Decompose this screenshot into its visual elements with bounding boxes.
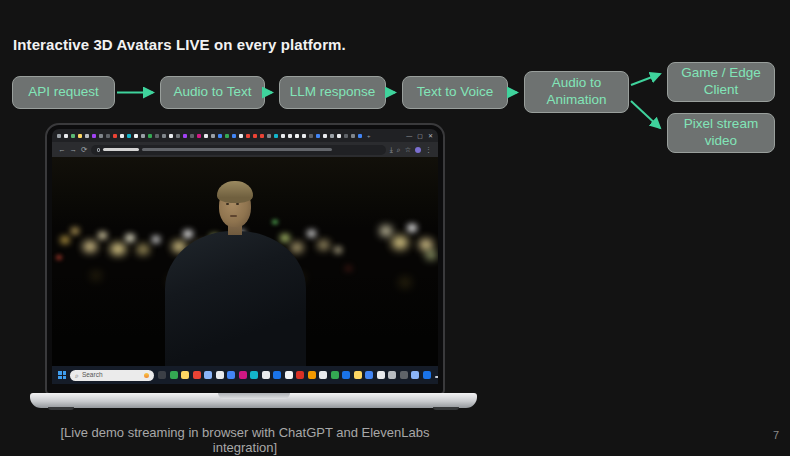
address-bar[interactable] [91,145,385,155]
taskbar-app-icon[interactable] [400,371,408,379]
pinned-tab-icon[interactable] [267,134,271,138]
pinned-tab-icon[interactable] [323,134,327,138]
pinned-tab-icon[interactable] [330,134,334,138]
close-icon[interactable]: ✕ [428,133,433,139]
pinned-tab-favicons[interactable] [57,134,365,138]
pinned-tab-icon[interactable] [337,134,341,138]
taskbar-app-icon[interactable] [308,371,316,379]
arrow-audioanim-to-game [631,74,660,85]
taskbar-app-icon[interactable] [216,371,224,379]
browser-menu-icon[interactable]: ⋮ [425,146,432,153]
pinned-tab-icon[interactable] [260,134,264,138]
pinned-tab-icon[interactable] [302,134,306,138]
pinned-tab-icon[interactable] [127,134,131,138]
pinned-tab-icon[interactable] [64,134,68,138]
windows-start-icon[interactable] [58,371,66,379]
pinned-tab-icon[interactable] [316,134,320,138]
search-icon: ⌕ [75,372,79,379]
url-domain-text [103,148,139,151]
refresh-icon[interactable]: ⟳ [81,146,87,154]
taskbar-app-icon[interactable] [388,371,396,379]
flow-node-label: Audio to Text [174,84,252,101]
pinned-tab-icon[interactable] [197,134,201,138]
pinned-tab-icon[interactable] [183,134,187,138]
pinned-tab-icon[interactable] [351,134,355,138]
taskbar-app-icon[interactable] [411,371,419,379]
taskbar-clock[interactable] [435,372,439,379]
taskbar-app-icon[interactable] [250,371,258,379]
taskbar-app-icon[interactable] [273,371,281,379]
taskbar-app-icon[interactable] [181,371,189,379]
pinned-tab-icon[interactable] [190,134,194,138]
system-tray[interactable] [435,371,439,380]
profile-avatar[interactable] [415,147,421,153]
taskbar-app-icon[interactable] [262,371,270,379]
pinned-tab-icon[interactable] [85,134,89,138]
pinned-tab-icon[interactable] [169,134,173,138]
pinned-tab-icon[interactable] [274,134,278,138]
pinned-tab-icon[interactable] [99,134,103,138]
new-tab-icon[interactable]: + [367,133,371,139]
pinned-tab-icon[interactable] [141,134,145,138]
pinned-tab-icon[interactable] [295,134,299,138]
pinned-tab-icon[interactable] [176,134,180,138]
pinned-tab-icon[interactable] [309,134,313,138]
pinned-tab-icon[interactable] [92,134,96,138]
pinned-tab-icon[interactable] [246,134,250,138]
flow-node-label: Text to Voice [417,84,494,101]
download-icon[interactable]: ⤓ [390,146,393,153]
pinned-tab-icon[interactable] [71,134,75,138]
taskbar-app-icon[interactable] [354,371,362,379]
pinned-tab-icon[interactable] [134,134,138,138]
pinned-tab-icon[interactable] [288,134,292,138]
taskbar-app-icon[interactable] [158,371,166,379]
taskbar-app-icon[interactable] [319,371,327,379]
pinned-tab-icon[interactable] [162,134,166,138]
pinned-tab-icon[interactable] [344,134,348,138]
zoom-icon[interactable]: ⌕ [397,146,401,153]
taskbar-search-input[interactable]: ⌕ Search [70,370,154,381]
pinned-tab-icon[interactable] [204,134,208,138]
taskbar-app-icons[interactable] [158,371,431,379]
bookmark-icon[interactable]: ☆ [405,146,411,153]
taskbar-app-icon[interactable] [227,371,235,379]
taskbar-app-icon[interactable] [423,371,431,379]
taskbar-app-icon[interactable] [239,371,247,379]
pinned-tab-icon[interactable] [225,134,229,138]
window-controls[interactable]: — ▢ ✕ [406,133,433,139]
taskbar-app-icon[interactable] [331,371,339,379]
avatar-mouth [230,215,237,217]
avatar-video-stream[interactable] [52,157,438,366]
windows-taskbar: ⌕ Search [52,366,438,384]
taskbar-app-icon[interactable] [296,371,304,379]
pinned-tab-icon[interactable] [211,134,215,138]
pinned-tab-icon[interactable] [358,134,362,138]
pinned-tab-icon[interactable] [218,134,222,138]
taskbar-app-icon[interactable] [170,371,178,379]
forward-icon[interactable]: → [70,146,78,154]
minimize-icon[interactable]: — [406,133,412,139]
taskbar-app-icon[interactable] [377,371,385,379]
taskbar-app-icon[interactable] [285,371,293,379]
pinned-tab-icon[interactable] [155,134,159,138]
slide: Interactive 3D Avatars LIVE on every pla… [0,0,790,456]
pinned-tab-icon[interactable] [113,134,117,138]
pinned-tab-icon[interactable] [57,134,61,138]
taskbar-app-icon[interactable] [342,371,350,379]
taskbar-app-icon[interactable] [193,371,201,379]
avatar-eye-right [236,203,239,205]
browser-tab-strip[interactable]: + — ▢ ✕ [52,129,438,142]
flow-node-llm-response: LLM response [279,76,386,109]
pinned-tab-icon[interactable] [120,134,124,138]
taskbar-app-icon[interactable] [365,371,373,379]
pinned-tab-icon[interactable] [253,134,257,138]
pinned-tab-icon[interactable] [78,134,82,138]
pinned-tab-icon[interactable] [106,134,110,138]
pinned-tab-icon[interactable] [148,134,152,138]
maximize-icon[interactable]: ▢ [417,133,423,139]
pinned-tab-icon[interactable] [232,134,236,138]
pinned-tab-icon[interactable] [239,134,243,138]
pinned-tab-icon[interactable] [281,134,285,138]
taskbar-app-icon[interactable] [204,371,212,379]
back-icon[interactable]: ← [58,146,66,154]
